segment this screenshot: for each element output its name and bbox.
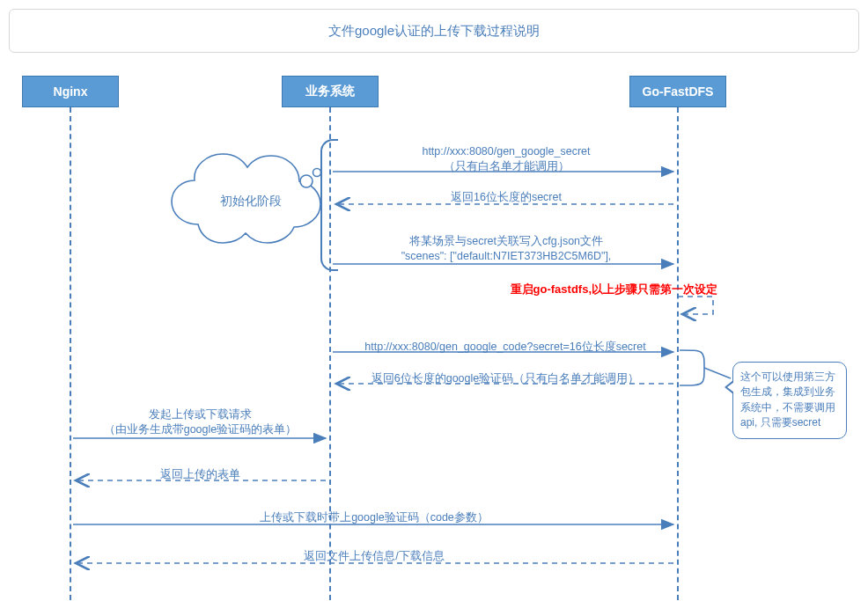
init-phase-bracket: [320, 139, 338, 271]
side-note-balloon: 这个可以使用第三方包生成，集成到业务系统中，不需要调用api, 只需要secre…: [732, 362, 847, 439]
msg-return-fileinfo: 返回文件上传信息/下载信息: [75, 549, 673, 564]
msg-restart-note: 重启go-fastdfs,以上步骤只需第一次设定: [449, 282, 717, 297]
diagram-title: 文件google认证的上传下载过程说明: [9, 9, 859, 53]
actor-biz: 业务系统: [282, 76, 379, 107]
msg-return-code: 返回6位长度的google验证码（只有白名单才能调用）: [342, 371, 669, 386]
actor-nginx: Nginx: [22, 76, 119, 107]
msg-gen-secret: http://xxx:8080/gen_google_secret （只有白名单…: [352, 144, 660, 174]
actor-go: Go-FastDFS: [629, 76, 726, 107]
svg-point-0: [300, 175, 313, 187]
lifeline-nginx: [70, 107, 71, 600]
msg-gen-code: http://xxx:8080/gen_google_code?secret=1…: [342, 340, 669, 355]
cloud-label: 初始化阶段: [216, 194, 286, 209]
lifeline-go: [677, 107, 679, 600]
msg-request-form: 发起上传或下载请求 （由业务生成带google验证码的表单）: [75, 407, 326, 437]
msg-upload-with-code: 上传或下载时带上google验证码（code参数）: [75, 510, 673, 525]
msg-return-secret: 返回16位长度的secret: [352, 190, 660, 205]
msg-return-form: 返回上传的表单: [75, 467, 326, 482]
msg-write-cfg: 将某场景与secret关联写入cfg.json文件 "scenes": ["de…: [352, 234, 660, 264]
svg-line-7: [704, 368, 731, 378]
